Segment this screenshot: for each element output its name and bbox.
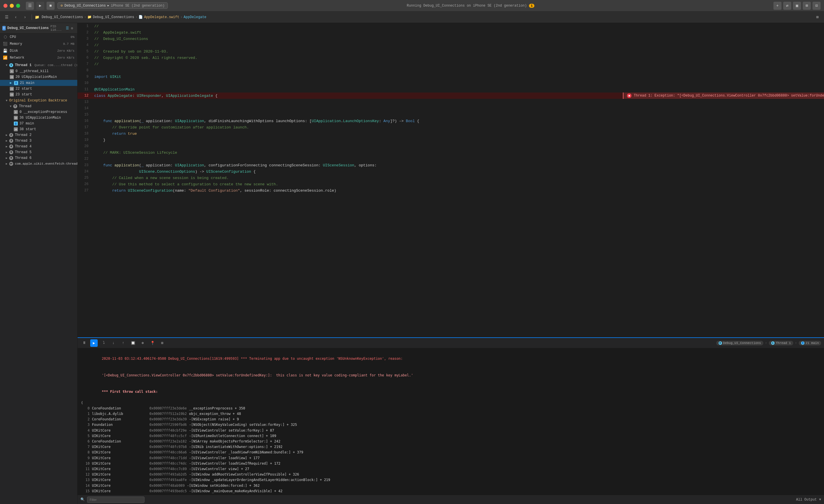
code-editor[interactable]: 1 // 2 // AppDelegate.swift 3 // Debug_U… (78, 23, 824, 337)
breadcrumb-project[interactable]: Debug_UI_Connections (42, 15, 83, 19)
exc-frame-37-item[interactable]: 👤 37 main (0, 121, 77, 126)
step-out-button[interactable]: ↑ (119, 339, 127, 347)
step-over-button[interactable]: ⤵ (100, 339, 107, 347)
traffic-lights[interactable] (3, 4, 20, 8)
code-line-17: 17 // Override point for customization a… (78, 124, 824, 130)
close-button[interactable] (3, 4, 7, 8)
frame-22-icon: 22 (10, 87, 14, 91)
disk-resource[interactable]: 💾 Disk Zero KB/s (0, 47, 77, 54)
code-line-19: 19 } (78, 137, 824, 143)
editor-layout-2[interactable]: ⊞ (803, 2, 811, 10)
exc-frame-0-label: 0 __exceptionPreprocess (19, 110, 67, 114)
stack-frame-0: 0CoreFoundation0x00007fff23e3de6e__excep… (81, 406, 821, 411)
thread-1-item[interactable]: ▼ 1 Thread 1 Queue: com....thread (seria… (0, 61, 77, 68)
exc-frame-37-icon: 👤 (14, 121, 18, 125)
debug-mem-button[interactable]: ⊕ (139, 339, 146, 347)
step-into-button[interactable]: ↓ (110, 339, 117, 347)
thread-3-item[interactable]: ▶ 3 Thread 3 (0, 138, 77, 144)
forward-button[interactable]: › (21, 13, 29, 21)
code-line-14: 14 (78, 105, 824, 111)
exc-thread-label: Thread (19, 104, 31, 108)
breadcrumb-folder[interactable]: Debug_UI_Connections (93, 15, 134, 19)
exc-frame-38-label: 38 start (19, 127, 36, 131)
code-line-7: 7 // (78, 61, 824, 67)
process-header: D Debug_UI_Connections PID 116... ☰ ⚙ (0, 23, 77, 34)
thread-1-badge[interactable]: 1 Thread 1 (769, 341, 793, 345)
cpu-icon: ⬡ (3, 35, 7, 39)
back-button[interactable]: ‹ (12, 13, 19, 21)
console-thread-name: Debug_UI_Connections (723, 341, 761, 345)
console-output[interactable]: 2020-11-03 03:12:43.406174-0500 Debug_UI… (78, 348, 824, 495)
console-filter-input[interactable] (87, 497, 144, 503)
scheme-selector[interactable]: ⚙ Debug_UI_Connections ▶ iPhone SE (2nd … (58, 2, 168, 9)
disk-label: Disk (10, 49, 18, 53)
console-line-3: *** First throw call stack: (81, 384, 821, 400)
frame-21-label: 21 main (20, 81, 34, 85)
code-line-5: 5 // Created by seb on 2020-11-03. (78, 48, 824, 55)
eventfetch-thread-item[interactable]: ▶ EF com.apple.uikit.eventfetch-thread (… (0, 161, 77, 167)
code-line-10: 10 (78, 80, 824, 86)
code-line-15: 15 (78, 111, 824, 118)
pause-button[interactable]: ⏸ (81, 339, 88, 347)
thread-6-item[interactable]: ▶ 6 Thread 6 (0, 155, 77, 161)
exc-frame-36-item[interactable]: 36 36 UIApplicationMain (0, 115, 77, 121)
breadcrumb-class[interactable]: AppDelegate (184, 15, 206, 19)
original-exception-item[interactable]: ▼ Original Exception Backtrace (0, 97, 77, 103)
stop-button[interactable]: ■ (46, 2, 55, 10)
thread-badge: D Debug_UI_Connections (716, 341, 763, 345)
frame-0-item[interactable]: 0 0 __pthread_kill (0, 68, 77, 74)
ef-expand: ▶ (6, 162, 7, 166)
frame-badge[interactable]: 👤 21 main (799, 341, 821, 345)
settings-icon[interactable]: ⚙ (71, 26, 75, 30)
sidebar-toggle-button[interactable]: ☰ (26, 2, 34, 10)
thread-4-item[interactable]: ▶ 4 Thread 4 (0, 144, 77, 149)
disk-value: Zero KB/s (58, 49, 75, 53)
frame-20-icon: 20 (10, 75, 14, 79)
exc-frame-38-item[interactable]: 38 38 start (0, 126, 77, 132)
frame-20-item[interactable]: 20 20 UIApplicationMain (0, 74, 77, 80)
cpu-resource[interactable]: ⬡ CPU 0% (0, 34, 77, 40)
layout-button[interactable]: ⇄ (783, 2, 791, 10)
memory-label: Memory (10, 42, 22, 46)
thread-options-icon[interactable]: ☰ (66, 26, 70, 30)
navigator-toggle[interactable]: ☰ (3, 13, 10, 21)
exc-frame-0-item[interactable]: 0 0 __exceptionPreprocess (0, 109, 77, 115)
output-dropdown-icon[interactable]: ▼ (819, 498, 821, 502)
toggle-view[interactable]: ⊞ (159, 339, 166, 347)
t6-expand: ▶ (6, 156, 7, 160)
frame-22-item[interactable]: 22 22 start (0, 86, 77, 92)
console-thread-info: D Debug_UI_Connections › 1 Thread 1 › 👤 … (716, 341, 821, 345)
breadcrumb-file[interactable]: AppDelegate.swift (144, 15, 179, 19)
exc-thread-item[interactable]: ▼ T Thread (0, 103, 77, 109)
simulate-location[interactable]: 📍 (149, 339, 156, 347)
process-icon: D (2, 26, 6, 30)
editor-layout-options[interactable]: ⊞ (814, 13, 821, 21)
editor-toolbar: ☰ ‹ › 📁 Debug_UI_Connections › 📁 Debug_U… (0, 11, 824, 23)
add-button[interactable]: + (774, 2, 782, 10)
network-resource[interactable]: 📶 Network Zero KB/s (0, 54, 77, 61)
debug-view-button[interactable]: 🔲 (129, 339, 137, 347)
stack-frame-4: 4UIKitCore0x00007fff48cbf29e-[UIViewCont… (81, 428, 821, 433)
stack-frame-5: 5UIKitCore0x00007fff48fcc5cf-[UIRuntimeO… (81, 433, 821, 439)
memory-resource[interactable]: ⬛ Memory 9.7 MB (0, 40, 77, 47)
stack-frame-11: 11UIKitCore0x00007fff48cc7c89-[UIViewCon… (81, 466, 821, 472)
frame-21-icon: 👤 (14, 81, 18, 85)
console-line-4: ( (81, 400, 821, 406)
thread-2-item[interactable]: ▶ 2 Thread 2 (0, 132, 77, 138)
memory-icon: ⬛ (3, 42, 7, 46)
frame-23-item[interactable]: 23 23 start (0, 92, 77, 97)
minimize-button[interactable] (10, 4, 14, 8)
editor-layout-1[interactable]: ▣ (793, 2, 801, 10)
maximize-button[interactable] (16, 4, 20, 8)
stack-frame-1: 1libobjc.A.dylib0x00007fff512a19b2objc_e… (81, 411, 821, 417)
eventfetch-label: com.apple.uikit.eventfetch-thread (7) (15, 162, 77, 166)
thread-5-item[interactable]: ▶ 5 Thread 5 (0, 149, 77, 155)
continue-button[interactable]: ▶ (90, 339, 98, 347)
frame-21-item[interactable]: ▶ 👤 21 main (0, 80, 77, 86)
code-line-24: 24 UIScene.ConnectionOptions) -> UIScene… (78, 168, 824, 175)
thread-2-label: Thread 2 (15, 133, 32, 137)
panel-toggle[interactable]: ⊡ (813, 2, 821, 10)
stack-trace: 0CoreFoundation0x00007fff23e3de6e__excep… (81, 406, 821, 494)
cpu-value: 0% (71, 35, 75, 39)
run-button[interactable]: ▶ (36, 2, 44, 10)
